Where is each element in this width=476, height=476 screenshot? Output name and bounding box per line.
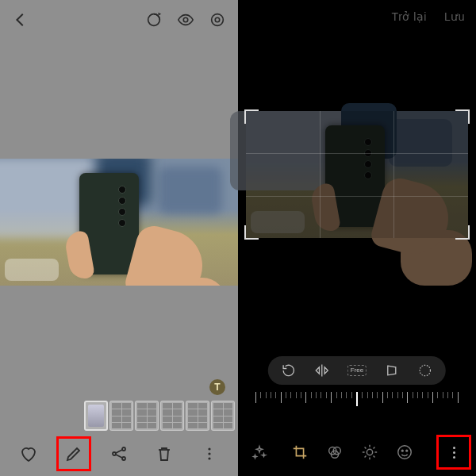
stickers-tab-icon[interactable] — [396, 443, 413, 461]
svg-line-25 — [365, 456, 367, 458]
svg-point-27 — [398, 446, 412, 459]
flip-horizontal-icon[interactable] — [314, 363, 330, 378]
editor-topbar: Trở lại Lưu — [238, 0, 476, 33]
svg-point-4 — [113, 452, 116, 455]
editor-back-label[interactable]: Trở lại — [392, 10, 427, 23]
straighten-wheel-icon[interactable] — [417, 363, 433, 378]
adjust-tab-icon[interactable] — [361, 443, 378, 461]
more-button[interactable] — [192, 436, 227, 471]
thumbnail-item[interactable] — [186, 401, 209, 431]
svg-line-23 — [365, 447, 367, 449]
thumbnail-item[interactable] — [84, 401, 108, 431]
svg-point-29 — [406, 450, 408, 451]
angle-ruler[interactable] — [255, 392, 459, 409]
viewer-photo[interactable] — [0, 159, 238, 286]
delete-button[interactable] — [147, 436, 182, 471]
share-button[interactable] — [102, 436, 136, 471]
svg-marker-13 — [324, 367, 328, 374]
svg-point-11 — [208, 457, 210, 459]
perspective-icon[interactable] — [384, 363, 400, 378]
viewer-bottombar — [0, 432, 238, 476]
svg-line-26 — [374, 447, 375, 449]
svg-point-9 — [208, 447, 210, 450]
bixby-vision-icon[interactable] — [209, 11, 226, 29]
back-icon[interactable] — [12, 11, 29, 29]
gallery-viewer-panel: T — [0, 0, 238, 476]
svg-point-5 — [122, 447, 125, 451]
editor-bottombar — [238, 428, 476, 476]
rotate-ccw-icon[interactable] — [281, 363, 297, 378]
filters-tab-icon[interactable] — [326, 443, 344, 461]
svg-marker-12 — [316, 367, 319, 374]
viewer-topbar — [0, 0, 238, 40]
crop-handle-bl[interactable] — [244, 225, 259, 240]
thumbnail-strip[interactable] — [84, 400, 235, 432]
svg-line-24 — [374, 456, 375, 458]
editor-save-label[interactable]: Lưu — [444, 10, 465, 23]
thumbnail-item[interactable] — [135, 401, 159, 431]
editor-panel: Trở lại Lưu — [238, 0, 476, 476]
svg-point-6 — [122, 457, 125, 460]
more-vertical-icon — [453, 447, 455, 459]
crop-handle-br[interactable] — [455, 225, 470, 240]
thumbnail-item[interactable] — [109, 401, 133, 431]
aspect-ratio-button[interactable]: Free — [347, 365, 367, 376]
transform-toolbar: Free — [268, 356, 446, 385]
motion-photo-icon[interactable] — [145, 11, 163, 29]
svg-line-7 — [116, 450, 122, 453]
crop-tab-icon[interactable] — [291, 443, 309, 461]
svg-line-8 — [116, 455, 122, 458]
svg-marker-1 — [159, 13, 162, 16]
crop-canvas[interactable] — [246, 111, 468, 238]
crop-handle-tl[interactable] — [244, 109, 259, 124]
favorite-button[interactable] — [11, 436, 46, 471]
crop-handle-tr[interactable] — [455, 109, 470, 124]
svg-point-10 — [208, 452, 210, 455]
svg-point-14 — [420, 365, 431, 375]
thumbnail-item[interactable] — [160, 401, 184, 431]
svg-point-18 — [367, 449, 372, 455]
svg-point-2 — [183, 17, 188, 22]
svg-point-28 — [401, 450, 403, 451]
edit-button[interactable] — [56, 436, 91, 471]
svg-point-3 — [215, 17, 220, 22]
auto-enhance-icon[interactable] — [251, 443, 268, 461]
editor-more-button[interactable] — [436, 435, 471, 470]
visibility-icon[interactable] — [177, 11, 194, 29]
thumbnail-item[interactable] — [211, 401, 235, 431]
timestamp-badge[interactable]: T — [208, 378, 227, 397]
